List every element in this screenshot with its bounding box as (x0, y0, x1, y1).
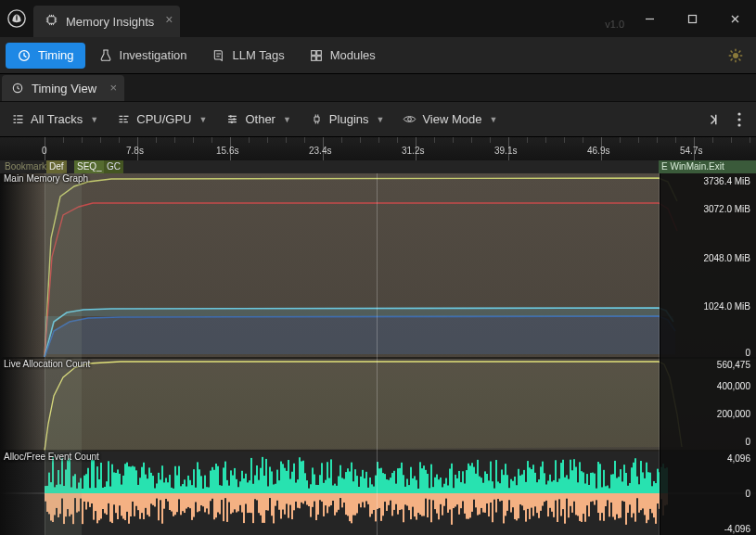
tab-llm-tags[interactable]: LLM Tags (200, 43, 296, 69)
svg-rect-575 (558, 493, 560, 499)
svg-rect-647 (625, 493, 627, 525)
svg-rect-453 (445, 493, 447, 499)
svg-rect-158 (173, 489, 174, 493)
svg-rect-676 (653, 481, 655, 493)
svg-rect-215 (224, 493, 226, 498)
panel-main-memory[interactable]: Main Memory Graph 3736.4 MiB3072.0 MiB20… (0, 173, 756, 359)
dock-right-icon[interactable] (697, 107, 723, 133)
panel-alloc-free[interactable]: Alloc/Free Event Count 4,0960-4,096 (0, 452, 756, 535)
svg-rect-93 (111, 493, 113, 523)
svg-rect-96 (115, 473, 117, 493)
tab-label: Investigation (120, 48, 187, 62)
svg-rect-488 (479, 477, 481, 493)
window-minimize-button[interactable] (628, 0, 671, 37)
svg-rect-508 (497, 481, 499, 493)
light-mode-icon[interactable] (721, 41, 750, 70)
mode-tabs: Timing Investigation LLM Tags Modules (0, 37, 756, 74)
timeline-canvas[interactable]: 07.8s15.6s23.4s31.2s39.1s46.9s54.7s Book… (0, 137, 756, 535)
time-cursor[interactable] (377, 173, 378, 535)
svg-rect-434 (429, 488, 430, 493)
titlebar: Memory Insights × v1.0 (0, 0, 756, 37)
svg-rect-532 (519, 476, 521, 493)
window-maximize-button[interactable] (671, 0, 713, 37)
svg-rect-300 (304, 473, 306, 493)
svg-rect-310 (314, 475, 315, 493)
svg-rect-235 (243, 493, 245, 523)
svg-rect-87 (106, 493, 108, 515)
svg-rect-282 (288, 460, 289, 493)
bookmark-def[interactable]: Def (46, 160, 67, 173)
svg-rect-634 (614, 461, 616, 493)
svg-rect-520 (508, 488, 510, 493)
svg-rect-104 (122, 476, 124, 493)
svg-rect-89 (108, 493, 109, 503)
bookmark-seq[interactable]: SEQ_ (74, 160, 105, 173)
tool-other[interactable]: Other▼ (218, 108, 298, 131)
close-tab-icon[interactable]: × (165, 13, 173, 26)
svg-rect-484 (475, 474, 477, 493)
bookmark-exit[interactable]: E WinMain.Exit (659, 160, 756, 173)
svg-rect-256 (263, 476, 265, 493)
svg-rect-76 (96, 466, 98, 493)
svg-rect-137 (152, 493, 154, 505)
tool-cpu-gpu[interactable]: CPU/GPU▼ (109, 108, 214, 131)
svg-rect-155 (169, 493, 171, 510)
svg-rect-206 (217, 466, 219, 493)
svg-rect-535 (521, 493, 523, 505)
svg-rect-268 (275, 484, 276, 493)
chevron-down-icon: ▼ (199, 115, 208, 124)
svg-rect-71 (91, 493, 93, 503)
svg-rect-73 (93, 493, 95, 520)
svg-rect-507 (495, 493, 497, 513)
svg-rect-175 (187, 493, 189, 507)
svg-rect-609 (590, 493, 592, 502)
tab-timing[interactable]: Timing (6, 43, 85, 69)
svg-rect-257 (263, 493, 265, 523)
svg-rect-124 (141, 467, 143, 493)
tool-all-tracks[interactable]: All Tracks▼ (4, 108, 106, 131)
svg-rect-163 (176, 493, 178, 512)
svg-rect-452 (445, 478, 447, 493)
window-tab-memory-insights[interactable]: Memory Insights × (33, 6, 180, 37)
svg-rect-151 (165, 493, 167, 499)
svg-rect-250 (258, 480, 260, 493)
svg-rect-373 (371, 493, 373, 514)
tab-modules[interactable]: Modules (298, 43, 387, 69)
svg-rect-492 (482, 483, 484, 493)
svg-rect-278 (284, 468, 286, 493)
tool-plugins[interactable]: Plugins▼ (302, 108, 392, 131)
svg-rect-142 (158, 473, 160, 493)
svg-rect-97 (115, 493, 117, 513)
live-alloc-chart (0, 359, 756, 452)
tab-investigation[interactable]: Investigation (87, 43, 199, 69)
svg-rect-269 (275, 493, 276, 506)
svg-rect-182 (195, 488, 197, 493)
tool-label: View Mode (422, 112, 481, 126)
close-subtab-icon[interactable]: × (109, 81, 117, 95)
tool-label: Plugins (329, 112, 369, 126)
svg-rect-388 (386, 479, 388, 493)
svg-rect-78 (98, 479, 100, 493)
svg-rect-549 (534, 493, 536, 506)
panel-live-alloc[interactable]: Live Allocation Count 560,475400,000200,… (0, 359, 756, 452)
time-ruler[interactable]: 07.8s15.6s23.4s31.2s39.1s46.9s54.7s (0, 137, 756, 160)
window-close-button[interactable] (713, 0, 756, 37)
svg-rect-586 (570, 460, 571, 493)
svg-rect-552 (538, 479, 540, 493)
svg-rect-559 (544, 493, 545, 502)
svg-rect-125 (141, 493, 143, 513)
svg-rect-216 (226, 480, 228, 493)
svg-rect-132 (148, 467, 150, 493)
svg-rect-360 (360, 477, 362, 493)
svg-rect-337 (338, 493, 340, 510)
svg-rect-444 (438, 479, 440, 493)
svg-rect-625 (605, 493, 607, 506)
subtab-timing-view[interactable]: Timing View × (2, 75, 124, 101)
svg-rect-542 (529, 467, 531, 493)
svg-rect-287 (291, 493, 293, 519)
bookmark-gc[interactable]: GC (104, 160, 123, 173)
ruler-tick-label: 23.4s (309, 146, 331, 156)
tool-view-mode[interactable]: View Mode▼ (395, 108, 505, 131)
overflow-menu-icon[interactable] (726, 107, 752, 133)
tool-label: CPU/GPU (136, 112, 191, 126)
